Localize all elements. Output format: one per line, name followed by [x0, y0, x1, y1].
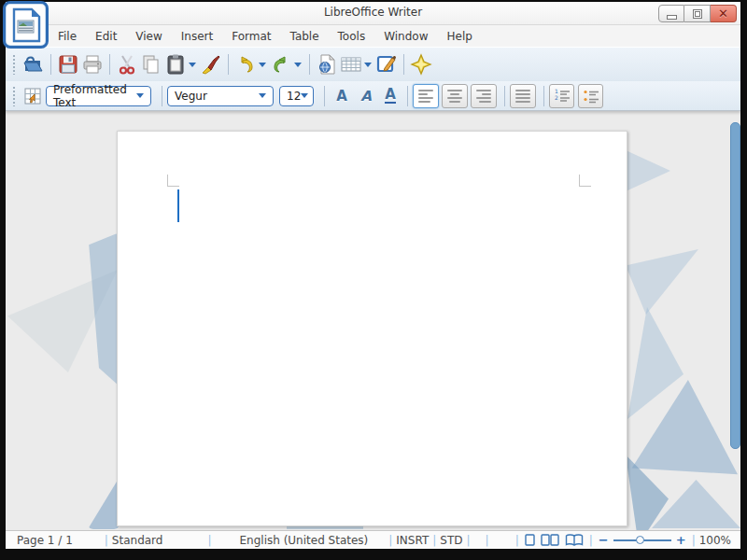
statusbar-separator: | [486, 534, 489, 547]
clone-formatting-button[interactable] [199, 51, 223, 77]
numbered-list-button[interactable]: 1 2 [549, 84, 574, 108]
save-button[interactable] [56, 51, 80, 77]
menu-window[interactable]: Window [374, 27, 437, 46]
navigator-button[interactable] [409, 51, 433, 77]
italic-button[interactable]: A [354, 83, 378, 109]
maximize-button[interactable] [684, 5, 711, 22]
toolbar-separator [407, 86, 408, 106]
vertical-scrollbar-thumb[interactable] [730, 122, 740, 449]
redo-button[interactable] [269, 51, 293, 77]
screen-bezel: LibreOffice Writer ✕ File Edit View Inse… [0, 0, 747, 560]
zoom-slider-track[interactable] [613, 539, 671, 541]
printer-icon [81, 53, 104, 76]
statusbar-separator: | [692, 534, 696, 547]
formatting-toolbar: Preformatted Text Vegur 12 A A A [6, 81, 740, 111]
chevron-down-icon [136, 93, 144, 98]
menu-file[interactable]: File [49, 27, 86, 46]
cut-button[interactable] [115, 51, 139, 77]
chevron-down-icon [259, 93, 266, 98]
toolbar-grip[interactable] [12, 54, 16, 75]
page-number-status[interactable]: Page 1 / 1 [17, 534, 73, 547]
page-style-status[interactable]: Standard [112, 534, 163, 547]
language-status[interactable]: English (United States) [240, 534, 369, 547]
text-cursor [177, 189, 179, 222]
toolbar-separator [324, 86, 325, 106]
statusbar-separator: | [105, 534, 108, 547]
undo-dropdown-arrow[interactable] [259, 63, 266, 67]
toolbar-separator [504, 86, 505, 106]
copy-button[interactable] [139, 51, 163, 77]
scissors-icon [116, 53, 138, 76]
font-size-combobox[interactable]: 12 [279, 86, 314, 106]
minimize-button[interactable] [658, 5, 684, 22]
menu-format[interactable]: Format [222, 27, 280, 46]
zoom-slider[interactable]: − + [599, 533, 686, 547]
close-icon: ✕ [718, 7, 728, 20]
menu-view[interactable]: View [126, 27, 171, 46]
zoom-percent-status[interactable]: 100% [699, 534, 731, 547]
menu-table[interactable]: Table [281, 27, 329, 46]
undo-button[interactable] [233, 51, 258, 77]
window-title: LibreOffice Writer [6, 6, 740, 19]
hyperlink-globe-icon [316, 53, 338, 76]
show-draw-functions-button[interactable] [374, 51, 399, 77]
numbered-list-icon: 1 2 [554, 88, 571, 105]
toolbar-separator [162, 86, 162, 106]
menu-tools[interactable]: Tools [329, 27, 375, 46]
menu-help[interactable]: Help [437, 27, 481, 46]
copy-icon [140, 53, 162, 76]
paste-button[interactable] [163, 51, 188, 77]
align-right-button[interactable] [471, 84, 497, 108]
italic-icon: A [360, 88, 372, 105]
open-button[interactable] [21, 51, 46, 77]
svg-text:1: 1 [555, 88, 558, 94]
insert-table-button[interactable] [339, 51, 363, 77]
paste-dropdown-arrow[interactable] [189, 63, 196, 67]
menu-insert[interactable]: Insert [172, 27, 222, 46]
redo-dropdown-arrow[interactable] [294, 63, 302, 67]
styles-icon [22, 85, 45, 107]
hyperlink-button[interactable] [315, 51, 339, 77]
titlebar[interactable]: LibreOffice Writer ✕ [6, 2, 740, 25]
bold-button[interactable]: A [330, 83, 354, 109]
zoom-out-button[interactable]: − [599, 533, 609, 547]
font-name-value: Vegur [175, 90, 207, 103]
window-controls: ✕ [658, 5, 737, 22]
open-folder-icon [22, 53, 45, 76]
close-button[interactable]: ✕ [711, 5, 737, 22]
writer-app-icon[interactable] [3, 1, 49, 49]
single-page-view-icon[interactable] [525, 534, 535, 546]
align-right-icon [476, 90, 491, 103]
table-dropdown-arrow[interactable] [364, 63, 372, 67]
toolbar-grip[interactable] [12, 86, 16, 106]
undo-arrow-icon [234, 53, 257, 76]
document-area[interactable] [6, 111, 740, 530]
statusbar-separator: | [466, 534, 470, 547]
menu-edit[interactable]: Edit [86, 27, 126, 46]
background-triangle [626, 249, 698, 315]
align-center-icon [447, 90, 462, 103]
document-page[interactable] [117, 131, 627, 526]
justify-button[interactable] [510, 84, 536, 108]
background-triangle [88, 477, 120, 529]
bullet-list-icon [583, 88, 599, 105]
align-center-button[interactable] [442, 84, 468, 108]
paragraph-style-combobox[interactable]: Preformatted Text [46, 86, 151, 106]
bullet-list-button[interactable] [578, 84, 603, 108]
multi-page-view-icon[interactable] [541, 534, 559, 546]
table-grid-icon [340, 53, 362, 76]
underline-button[interactable]: A [378, 83, 402, 109]
align-left-icon [418, 90, 433, 103]
chevron-down-icon [301, 93, 308, 98]
align-left-button[interactable] [413, 84, 439, 108]
standard-toolbar [6, 47, 740, 81]
book-view-icon[interactable] [565, 534, 584, 546]
print-button[interactable] [80, 51, 105, 77]
zoom-in-button[interactable]: + [676, 533, 686, 547]
styles-button[interactable] [21, 83, 46, 109]
minimize-icon [667, 15, 677, 20]
zoom-slider-handle[interactable] [636, 536, 644, 544]
insert-mode-status[interactable]: INSRT [396, 534, 429, 547]
selection-mode-status[interactable]: STD [440, 534, 462, 547]
font-name-combobox[interactable]: Vegur [167, 86, 274, 106]
